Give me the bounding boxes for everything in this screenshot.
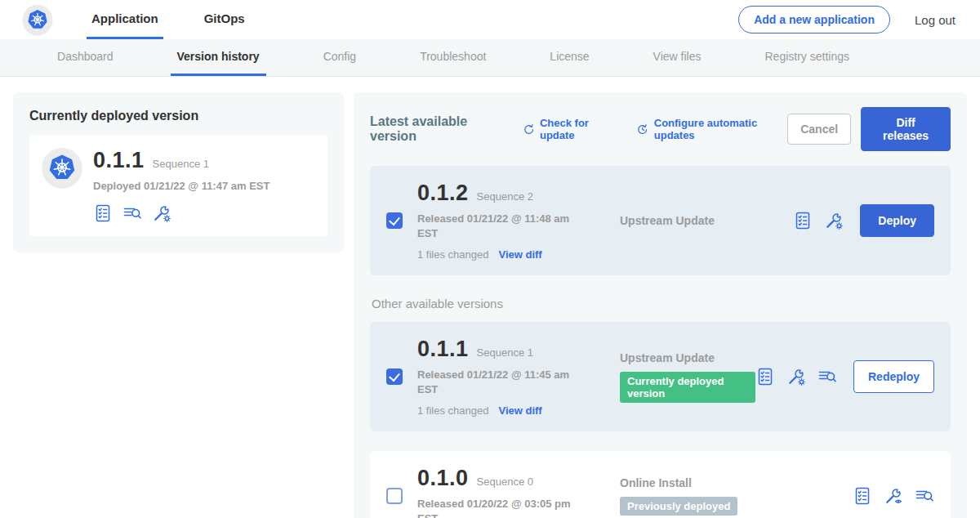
latest-version-header: Latest available version Check for updat…	[370, 107, 951, 151]
latest-version-title: Latest available version	[370, 114, 505, 144]
logout-button[interactable]: Log out	[915, 13, 956, 27]
subnav-dashboard[interactable]: Dashboard	[51, 39, 120, 76]
version-source: Upstream Update	[620, 214, 793, 227]
kubernetes-logo-icon	[27, 9, 48, 30]
version-history-panel: Latest available version Check for updat…	[354, 92, 967, 518]
kubernetes-logo-icon	[48, 154, 76, 181]
tab-application[interactable]: Application	[87, 0, 163, 39]
release-notes-icon[interactable]	[793, 211, 813, 230]
version-actions	[853, 486, 934, 506]
view-diff-link[interactable]: View diff	[498, 404, 541, 417]
configure-updates-link[interactable]: Configure automatic updates	[636, 117, 787, 141]
version-checkbox[interactable]	[386, 368, 403, 385]
sequence-label: Sequence 2	[477, 190, 533, 203]
sequence-label: Sequence 0	[477, 476, 533, 488]
edit-config-icon[interactable]	[786, 367, 806, 386]
top-nav-bar: Application GitOps Add a new application…	[0, 0, 980, 39]
deployed-version-card: 0.1.1 Sequence 1 Deployed 01/21/22 @ 11:…	[29, 135, 327, 236]
version-card-0-1-2: 0.1.2 Sequence 2 Released 01/21/22 @ 11:…	[370, 166, 951, 275]
preflight-checks-icon[interactable]	[122, 203, 142, 223]
subnav-config[interactable]: Config	[317, 39, 363, 76]
auto-update-icon	[636, 123, 648, 136]
source-label: Upstream Update	[620, 214, 793, 227]
edit-config-icon[interactable]	[824, 211, 844, 230]
tab-gitops[interactable]: GitOps	[199, 0, 250, 39]
version-card-0-1-1: 0.1.1 Sequence 1 Released 01/21/22 @ 11:…	[370, 322, 951, 431]
deployed-timestamp: Deployed 01/21/22 @ 11:47 am EST	[93, 179, 270, 194]
files-changed-label: 1 files changed	[417, 404, 488, 417]
preflight-checks-icon[interactable]	[817, 367, 837, 386]
refresh-icon	[523, 123, 535, 136]
release-notes-icon[interactable]	[755, 367, 775, 386]
version-number: 0.1.0	[417, 466, 469, 491]
app-logo	[23, 5, 52, 34]
deployed-actions	[93, 203, 270, 223]
top-nav-tabs: Application GitOps	[87, 0, 250, 39]
version-source: Upstream Update Currently deployed versi…	[620, 351, 755, 403]
view-diff-link[interactable]: View diff	[498, 248, 541, 261]
version-number: 0.1.2	[417, 181, 469, 206]
version-source: Online Install Previously deployed	[620, 476, 853, 516]
version-checkbox[interactable]	[386, 212, 403, 229]
previously-deployed-badge: Previously deployed	[620, 497, 737, 516]
add-application-button[interactable]: Add a new application	[738, 6, 890, 33]
source-label: Upstream Update	[620, 351, 755, 364]
version-number: 0.1.1	[417, 337, 469, 362]
subnav-license[interactable]: License	[543, 39, 595, 76]
redeploy-button[interactable]: Redeploy	[853, 360, 934, 393]
cancel-button[interactable]: Cancel	[787, 114, 851, 145]
version-checkbox[interactable]	[386, 488, 403, 504]
version-info: 0.1.0 Sequence 0 Released 01/20/22 @ 03:…	[417, 466, 620, 518]
app-subnav: Dashboard Version history Config Trouble…	[0, 39, 980, 77]
release-notes-icon[interactable]	[93, 203, 113, 223]
version-actions: Redeploy	[755, 360, 934, 393]
check-for-update-label: Check for update	[540, 117, 618, 141]
version-card-0-1-0: 0.1.0 Sequence 0 Released 01/20/22 @ 03:…	[370, 451, 951, 518]
version-actions: Deploy	[793, 204, 934, 237]
sequence-label: Sequence 1	[477, 346, 533, 359]
released-timestamp: Released 01/21/22 @ 11:48 am EST	[417, 212, 581, 240]
files-changed-label: 1 files changed	[417, 248, 488, 261]
deployed-app-logo	[42, 148, 82, 187]
subnav-view-files[interactable]: View files	[647, 39, 708, 76]
deployed-sequence-label: Sequence 1	[153, 158, 209, 170]
header-spacer	[250, 0, 738, 39]
subnav-registry-settings[interactable]: Registry settings	[759, 39, 856, 76]
source-label: Online Install	[620, 476, 853, 489]
deployed-panel-title: Currently deployed version	[29, 109, 327, 123]
configure-updates-label: Configure automatic updates	[654, 117, 787, 141]
deploy-button[interactable]: Deploy	[860, 204, 934, 237]
deployed-version-number: 0.1.1	[93, 148, 145, 173]
deployed-version-details: 0.1.1 Sequence 1 Deployed 01/21/22 @ 11:…	[93, 148, 270, 223]
preflight-checks-icon[interactable]	[915, 486, 934, 506]
other-versions-title: Other available versions	[372, 297, 951, 310]
version-info: 0.1.1 Sequence 1 Released 01/21/22 @ 11:…	[417, 337, 620, 417]
view-config-icon[interactable]	[884, 486, 903, 506]
subnav-version-history[interactable]: Version history	[171, 39, 266, 76]
subnav-troubleshoot[interactable]: Troubleshoot	[413, 39, 492, 76]
version-info: 0.1.2 Sequence 2 Released 01/21/22 @ 11:…	[417, 181, 620, 261]
released-timestamp: Released 01/20/22 @ 03:05 pm EST	[417, 497, 581, 518]
edit-config-icon[interactable]	[152, 203, 172, 223]
currently-deployed-panel: Currently deployed version 0.1.1 Sequenc…	[13, 92, 344, 252]
currently-deployed-badge: Currently deployed version	[620, 372, 755, 403]
release-notes-icon[interactable]	[853, 486, 872, 506]
diff-releases-button[interactable]: Diff releases	[861, 107, 951, 151]
main-content: Currently deployed version 0.1.1 Sequenc…	[0, 77, 980, 518]
check-for-update-link[interactable]: Check for update	[523, 117, 619, 141]
released-timestamp: Released 01/21/22 @ 11:45 am EST	[417, 368, 581, 396]
